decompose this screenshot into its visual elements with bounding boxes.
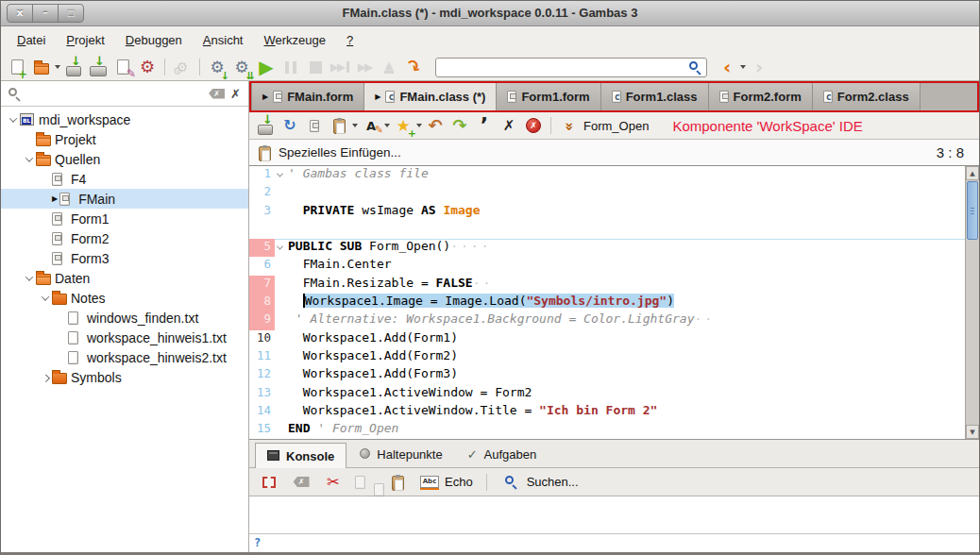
- compile-button[interactable]: ⚙↓: [205, 56, 229, 79]
- line-number[interactable]: 10: [249, 330, 275, 348]
- select-all-button[interactable]: [257, 470, 281, 494]
- save-archive-button[interactable]: [86, 56, 110, 79]
- form-view-button[interactable]: [302, 114, 327, 138]
- expander-icon[interactable]: [23, 276, 36, 281]
- fold-arrow-icon[interactable]: [275, 239, 288, 257]
- tree-item-Quellen[interactable]: Quellen: [1, 149, 248, 169]
- console-input[interactable]: ?: [249, 534, 979, 552]
- expander-icon[interactable]: [39, 295, 52, 301]
- chevron-down-icon[interactable]: [416, 124, 422, 127]
- line-number[interactable]: 12: [249, 366, 275, 384]
- menu-item-projekt[interactable]: Projekt: [56, 28, 114, 52]
- code-text[interactable]: [288, 184, 965, 202]
- chevron-down-icon[interactable]: [740, 65, 746, 69]
- comment-button[interactable]: ’: [472, 114, 497, 138]
- code-text[interactable]: Workspace1.Add(Form3): [288, 366, 965, 384]
- chevron-down-icon[interactable]: [384, 124, 390, 127]
- line-number[interactable]: 11: [249, 348, 275, 366]
- expander-icon[interactable]: [39, 375, 52, 380]
- tab-FMain.form[interactable]: ▶FMain.form: [251, 83, 364, 110]
- menu-item-debuggen[interactable]: Debuggen: [115, 28, 193, 52]
- edit-code-button[interactable]: ✎: [110, 56, 135, 79]
- global-search-input[interactable]: [441, 59, 689, 76]
- code-text[interactable]: Workspace1.ActiveWindow = Form2: [288, 385, 965, 403]
- code-text[interactable]: ' Gambas class file: [288, 166, 965, 184]
- scrollbar-thumb[interactable]: [967, 181, 978, 240]
- tab-FMain.class[interactable]: ▶FMain.class (*): [364, 83, 497, 110]
- code-text[interactable]: END ' Form_Open: [288, 421, 965, 439]
- code-text[interactable]: ' Alternative: Workspace1.Background = C…: [288, 311, 965, 329]
- clear-filter-icon[interactable]: ✗: [209, 89, 225, 99]
- tree-filter-input[interactable]: [26, 87, 203, 100]
- chevron-down-icon[interactable]: [55, 65, 60, 69]
- line-number[interactable]: 6: [249, 257, 275, 275]
- code-text[interactable]: Workspace1.Image = Image.Load("Symbols/i…: [288, 294, 965, 311]
- line-number[interactable]: 8: [249, 294, 275, 311]
- project-properties-button[interactable]: ⚙: [135, 56, 160, 79]
- title-bar[interactable]: x – □ FMain.class (*) - mdi_workspace 0.…: [1, 1, 979, 26]
- scroll-up-button[interactable]: ▲: [966, 166, 979, 180]
- save-project-button[interactable]: [61, 56, 86, 79]
- search-button[interactable]: Suchen...: [499, 470, 580, 494]
- close-file-button[interactable]: ✗: [521, 114, 546, 138]
- code-text[interactable]: Workspace1.Add(Form1): [288, 330, 965, 348]
- code-editor[interactable]: 1' Gambas class file23 PRIVATE wsImage A…: [249, 166, 979, 439]
- global-search-box[interactable]: [435, 58, 707, 77]
- tree-item-Form1[interactable]: Form1: [1, 209, 248, 228]
- goto-procedure-button[interactable]: »Form_Open: [556, 114, 650, 138]
- menu-item-ansicht[interactable]: Ansicht: [193, 28, 254, 52]
- line-number[interactable]: 9: [249, 311, 275, 329]
- panel-tab-aufgaben[interactable]: ✓Aufgaben: [456, 442, 549, 467]
- fold-arrow-icon[interactable]: [275, 166, 288, 184]
- tree-item-Symbols[interactable]: Symbols: [1, 367, 248, 387]
- line-number[interactable]: 1: [249, 166, 275, 184]
- tab-Form1.class[interactable]: Form1.class: [601, 83, 709, 110]
- expander-icon[interactable]: [7, 117, 20, 123]
- tree-item-Projekt[interactable]: Projekt: [1, 129, 248, 149]
- tree-item-Form3[interactable]: Form3: [1, 248, 248, 268]
- echo-button[interactable]: AbcEcho: [417, 470, 474, 494]
- expander-icon[interactable]: [23, 157, 36, 162]
- paste-button[interactable]: [385, 470, 410, 494]
- code-text[interactable]: PUBLIC SUB Form_Open()····: [288, 239, 965, 257]
- code-text[interactable]: PRIVATE wsImage AS Image: [288, 203, 965, 221]
- reload-button[interactable]: ↻: [278, 114, 302, 138]
- line-number[interactable]: 14: [249, 403, 275, 421]
- tree-item-FMain[interactable]: ▶FMain: [1, 189, 248, 209]
- tree-item-mdi_workspace[interactable]: mdi_workspace: [1, 109, 248, 129]
- tree-item-windows_finden_txt[interactable]: windows_finden.txt: [1, 308, 248, 328]
- tab-Form2.form[interactable]: Form2.form: [709, 83, 813, 110]
- close-filter-icon[interactable]: ✗: [230, 87, 241, 101]
- code-text[interactable]: FMain.Resizable = FALSE··: [288, 276, 965, 294]
- format-code-button[interactable]: A✎: [359, 114, 391, 138]
- paste-special-row[interactable]: Spezielles Einfügen... 3 : 8: [249, 140, 979, 166]
- chevron-down-icon[interactable]: [352, 124, 358, 127]
- line-number[interactable]: 5: [249, 239, 275, 257]
- menu-item-datei[interactable]: Datei: [7, 28, 56, 52]
- bookmark-button[interactable]: ★+: [391, 114, 423, 138]
- maximize-button[interactable]: □: [58, 4, 84, 23]
- nav-back-button[interactable]: ‹: [715, 56, 747, 79]
- line-number[interactable]: 13: [249, 385, 275, 403]
- close-button[interactable]: x: [7, 4, 33, 23]
- clear-button[interactable]: ✗: [289, 470, 313, 494]
- panel-tab-konsole[interactable]: Konsole: [255, 443, 346, 468]
- tree-item-F4[interactable]: F4: [1, 169, 248, 189]
- run-button[interactable]: ▶: [254, 56, 279, 79]
- new-file-button[interactable]: +: [5, 56, 29, 79]
- tree-item-Form2[interactable]: Form2: [1, 228, 248, 248]
- scroll-down-button[interactable]: ▼: [966, 425, 979, 439]
- code-text[interactable]: [288, 221, 965, 239]
- line-number[interactable]: 3: [249, 203, 275, 221]
- line-number[interactable]: 7: [249, 276, 275, 294]
- code-text[interactable]: Workspace1.Add(Form2): [288, 348, 965, 366]
- code-text[interactable]: Workspace1.ActiveWindow.Title = "Ich bin…: [288, 403, 965, 421]
- menu-item-help[interactable]: ?: [336, 28, 363, 52]
- minimize-button[interactable]: –: [32, 4, 59, 23]
- line-number[interactable]: 2: [249, 184, 275, 202]
- open-project-button[interactable]: [29, 56, 61, 79]
- undo-button[interactable]: ↶: [423, 114, 448, 138]
- return-from-function-button[interactable]: ↷: [401, 56, 426, 79]
- line-number[interactable]: 15: [249, 421, 275, 439]
- tab-Form2.class[interactable]: Form2.class: [813, 83, 921, 110]
